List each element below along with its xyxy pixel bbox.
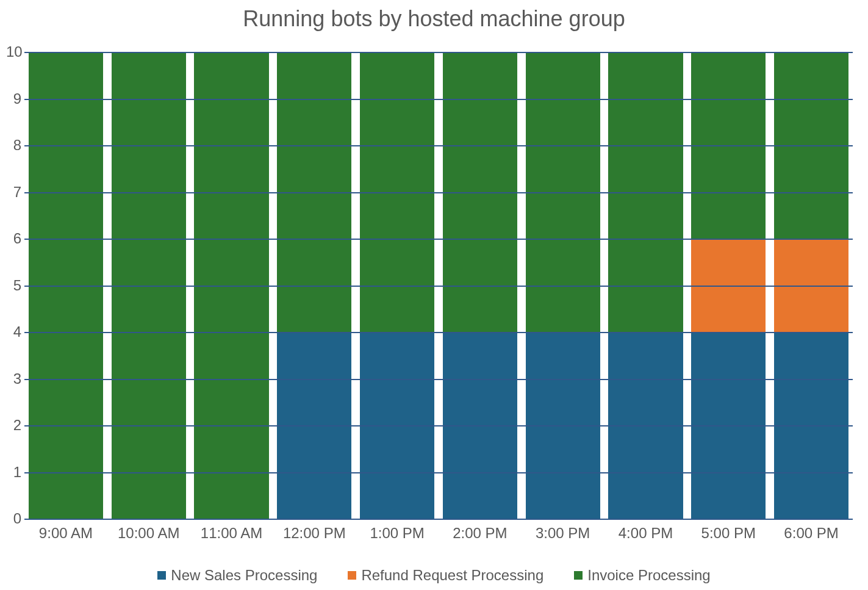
x-tick-label: 12:00 PM bbox=[277, 525, 351, 542]
gridline bbox=[24, 52, 853, 53]
plot-area: 012345678910 bbox=[24, 52, 853, 519]
gridline bbox=[24, 425, 853, 426]
gridline bbox=[24, 519, 853, 520]
x-tick-label: 1:00 PM bbox=[360, 525, 434, 542]
chart-title: Running bots by hosted machine group bbox=[0, 6, 868, 32]
y-tick-label: 7 bbox=[6, 184, 21, 201]
legend-item: Refund Request Processing bbox=[348, 567, 543, 584]
legend-label: Invoice Processing bbox=[587, 567, 710, 584]
y-tick-label: 6 bbox=[6, 230, 21, 247]
legend-item: Invoice Processing bbox=[574, 567, 710, 584]
legend-label: New Sales Processing bbox=[171, 567, 317, 584]
gridline bbox=[24, 192, 853, 193]
x-tick-label: 5:00 PM bbox=[691, 525, 766, 542]
legend-item: New Sales Processing bbox=[157, 567, 317, 584]
y-tick-label: 10 bbox=[6, 43, 21, 60]
x-tick-label: 10:00 AM bbox=[112, 525, 186, 542]
x-tick-label: 3:00 PM bbox=[526, 525, 600, 542]
stacked-bar-chart: Running bots by hosted machine group 012… bbox=[0, 0, 868, 590]
legend-swatch bbox=[348, 571, 356, 580]
y-tick-label: 1 bbox=[6, 464, 21, 481]
legend-swatch bbox=[574, 571, 583, 580]
y-tick-label: 3 bbox=[6, 370, 21, 387]
gridline bbox=[24, 332, 853, 333]
y-tick-label: 0 bbox=[6, 510, 21, 527]
x-tick-label: 11:00 AM bbox=[194, 525, 268, 542]
x-axis-labels: 9:00 AM10:00 AM11:00 AM12:00 PM1:00 PM2:… bbox=[24, 525, 853, 542]
gridline bbox=[24, 286, 853, 287]
x-tick-label: 2:00 PM bbox=[443, 525, 517, 542]
gridline bbox=[24, 379, 853, 380]
gridline bbox=[24, 239, 853, 240]
y-tick-label: 5 bbox=[6, 277, 21, 294]
x-tick-label: 4:00 PM bbox=[608, 525, 683, 542]
y-tick-label: 9 bbox=[6, 90, 21, 107]
gridline bbox=[24, 99, 853, 100]
gridline bbox=[24, 472, 853, 473]
y-tick-label: 8 bbox=[6, 137, 21, 154]
y-tick-label: 2 bbox=[6, 417, 21, 434]
legend-label: Refund Request Processing bbox=[361, 567, 543, 584]
y-tick-label: 4 bbox=[6, 323, 21, 340]
gridline bbox=[24, 145, 853, 146]
legend-swatch bbox=[157, 571, 166, 580]
x-tick-label: 6:00 PM bbox=[774, 525, 848, 542]
x-tick-label: 9:00 AM bbox=[29, 525, 103, 542]
legend: New Sales ProcessingRefund Request Proce… bbox=[0, 567, 868, 584]
